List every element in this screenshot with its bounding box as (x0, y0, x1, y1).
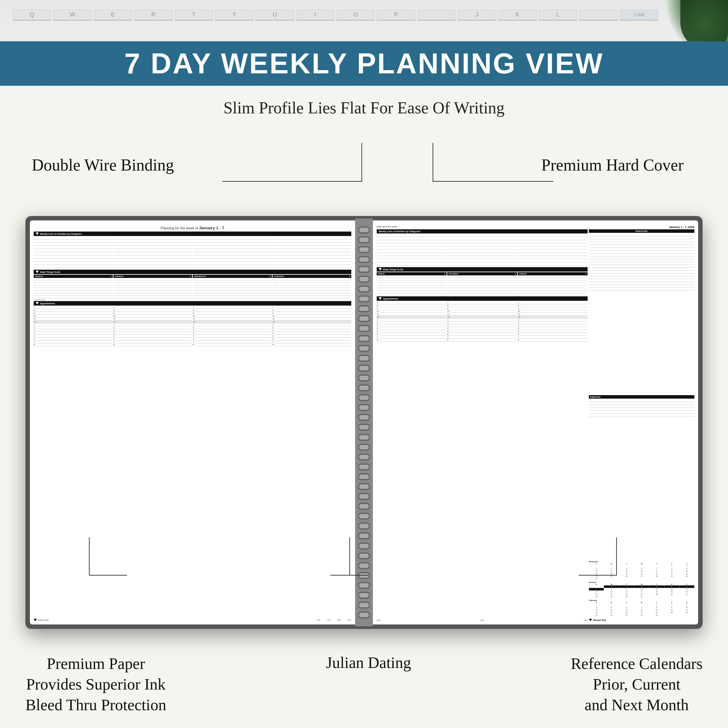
right-activities-label: Weekly Lists of Activities by Categories (379, 230, 421, 232)
left-page-header: Planning for the week of January 1 - 7 (34, 225, 351, 230)
daily-section-bar: Daily Things-To-Do (34, 270, 351, 274)
thursday-label: THURSDAY 4 (272, 275, 352, 278)
double-wire-connector (222, 181, 362, 182)
right-daily-triangle (379, 268, 382, 271)
saturday-label: SATURDAY 6 (447, 272, 517, 275)
sunday-label: SUNDAY 7 (518, 272, 587, 275)
reference-cal-connector (616, 537, 617, 575)
wire-binding (355, 219, 373, 626)
thursday-num: 4 (349, 275, 350, 277)
left-page-footer: Planner Pad 1/365 2/364 3/363 4/362 (34, 619, 351, 621)
february-grid: S M T W T F S 123 45678910 1112131415161… (589, 602, 694, 616)
monday-lines (34, 278, 113, 298)
julian-3: 3/363 (337, 619, 341, 621)
wire-loop (358, 473, 370, 480)
appt-row-9: 9: (34, 312, 113, 315)
wire-loop (358, 523, 370, 529)
appt-col-2: 7: 8: 9: 10: 11: 12: 1: 2: 3: 4: 5: 6: 7… (113, 306, 193, 618)
wednesday-num: 3 (269, 275, 270, 277)
wednesday-col: WEDNESDAY 3 (193, 275, 272, 298)
wire-loop (358, 612, 370, 618)
left-logo-text: Planner Pad (37, 619, 49, 621)
wire-loop (358, 454, 370, 460)
header-banner: 7 DAY WEEKLY PLANNING VIEW (0, 41, 728, 86)
julian-dating-label: Julian Dating (326, 653, 411, 715)
right-logo-text: Planner Pad (593, 619, 606, 621)
wire-loop (358, 315, 370, 322)
wire-loop (358, 256, 370, 263)
julian-7: 7/359 (583, 619, 587, 621)
daily-triangle-icon (35, 271, 39, 273)
right-daily-label: Daily Things-To-Do (383, 268, 404, 271)
julian-5: 5/361 (377, 619, 381, 621)
holiday-label: New Year's Day (34, 299, 351, 301)
wire-loop (358, 582, 370, 589)
wire-loop (358, 444, 370, 451)
wire-loop (358, 286, 370, 292)
appt-row-7b: 7: (34, 341, 113, 343)
julian-4: 4/362 (347, 619, 351, 621)
planner-book: Planning for the week of January 1 - 7 W… (25, 216, 703, 629)
right-activities-area: Weekly Lists of Activities by Categories (377, 229, 587, 621)
notes-lines (589, 234, 694, 394)
julian-2: 2/364 (327, 619, 330, 621)
appointments-section: 7: 8: 9: 10: 11: 12: 1: 2: 3: 4: 5: 6: 7… (34, 306, 351, 618)
double-wire-label: Double Wire Binding (32, 156, 174, 174)
appt-grid: 7: 8: 9: 10: 11: 12: 1: 2: 3: 4: 5: 6: 7… (34, 306, 351, 618)
activities-section-bar: Weekly Lists of Activities by Categories (34, 231, 351, 236)
activity-col (34, 237, 113, 240)
goal-text: Major goal this week: (377, 225, 398, 228)
header-title: 7 DAY WEEKLY PLANNING VIEW (124, 47, 604, 80)
appt-triangle-icon (35, 302, 39, 304)
bottom-feature-labels: Premium PaperProvides Superior InkBleed … (0, 653, 728, 715)
right-daily-bar: Daily Things-To-Do (377, 267, 587, 272)
planning-text: Planning for the week of (161, 226, 198, 230)
wire-loop (358, 602, 370, 609)
right-footer-dates: 5/361 6/360 7/359 (377, 619, 587, 621)
wire-loop (358, 414, 370, 421)
wire-loop (358, 325, 370, 332)
wire-loop (358, 512, 370, 520)
right-date-range: January 1 - 7, 2024 (669, 225, 694, 229)
right-notes-column: Notes/Calls Expenses (589, 229, 694, 621)
premium-paper-label: Premium PaperProvides Superior InkBleed … (25, 653, 166, 715)
tuesday-col: TUESDAY 2 (113, 275, 193, 298)
appointments-label: Appointments (40, 302, 55, 304)
appointments-section-bar: Appointments (34, 301, 351, 306)
julian-6: 6/360 (480, 619, 484, 621)
daily-label: Daily Things-To-Do (40, 271, 60, 273)
wire-loop (358, 226, 370, 234)
appt-row-8b: 8: (34, 343, 113, 346)
february-calendar: February S M T W T F S 123 45678910 1112… (589, 600, 694, 616)
monday-col: MONDAY 1 (34, 275, 113, 298)
right-appt-col-3: 7: 8: 9: 10: 11: 12: 1: 2: 3: 4: 5: 6: 7… (518, 301, 587, 618)
appt-row-4: 4: (34, 332, 113, 335)
tuesday-name: TUESDAY (115, 275, 124, 277)
wire-loop (358, 404, 370, 411)
julian-1: 1/365 (317, 619, 321, 621)
activity-col (113, 237, 193, 240)
activities-label: Weekly Lists of Activities by Categories (40, 233, 82, 235)
left-logo: Planner Pad (34, 619, 49, 621)
december-calendar: December S M T W T F S 12 3456789 101112… (589, 561, 694, 580)
monday-name: MONDAY (35, 275, 43, 277)
reference-calendars-label: Reference CalendarsPrior, Currentand Nex… (571, 653, 703, 715)
day-headers: MONDAY 1 TUESDAY 2 WEDNESDAY (34, 275, 351, 298)
appt-col-3: 7: 8: 9: 10: 11: 12: 1: 2: 3: 4: 5: 6: 7… (193, 306, 272, 618)
expense-lines (589, 399, 694, 560)
right-activities-bar: Weekly Lists of Activities by Categories (377, 229, 587, 234)
appt-row-6: 6: (34, 338, 113, 341)
subtitle: Slim Profile Lies Flat For Ease Of Writi… (0, 98, 728, 117)
notes-calls-header: Notes/Calls (589, 229, 694, 233)
wire-loop (358, 592, 370, 599)
january-calendar: January S M T W T F S 1 2 3 4 5 (589, 581, 694, 598)
wire-loop (358, 562, 370, 569)
right-appt-col-1: 7: 8: 9: 10: 11: 12: 1: 2: 3: 4: 5: 6: 7… (377, 301, 447, 618)
saturday-col: SATURDAY 6 (447, 272, 517, 296)
left-date-range: January 1 - 7 (199, 225, 225, 230)
wire-loop (358, 365, 370, 372)
january-grid: S M T W T F S 1 2 3 4 5 6 7 (589, 583, 694, 598)
right-appt-grid: 7: 8: 9: 10: 11: 12: 1: 2: 3: 4: 5: 6: 7… (377, 301, 587, 618)
sunday-col: SUNDAY 7 (518, 272, 587, 296)
left-page: Planning for the week of January 1 - 7 W… (30, 220, 355, 624)
